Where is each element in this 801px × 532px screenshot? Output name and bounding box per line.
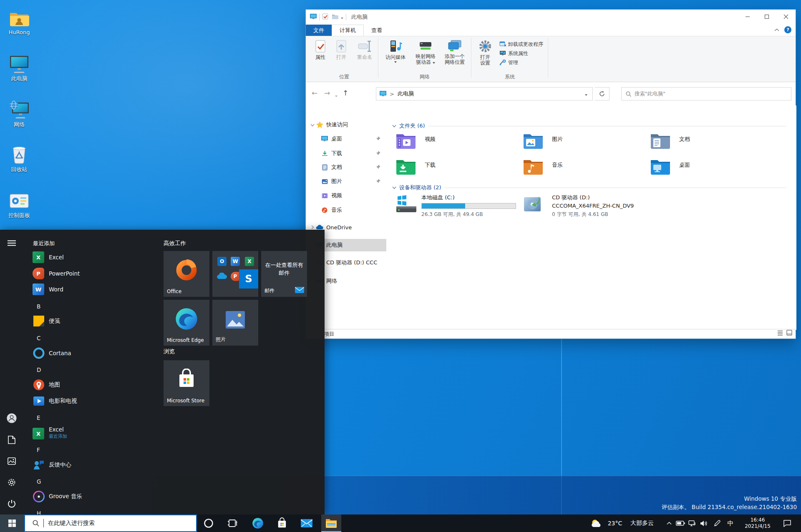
- tile-mail[interactable]: 在一处查看所有邮件 邮件: [261, 251, 307, 297]
- nav-videos[interactable]: 视频: [306, 189, 386, 202]
- power-icon[interactable]: [7, 499, 17, 509]
- help-icon[interactable]: ?: [784, 26, 791, 33]
- breadcrumb[interactable]: 此电脑: [398, 90, 414, 98]
- app-item-movies-tv[interactable]: 电影和电视: [25, 394, 159, 409]
- folders-section-header[interactable]: 文件夹 (6): [392, 122, 786, 130]
- address-bar[interactable]: > 此电脑: [376, 87, 593, 100]
- chevron-down-icon[interactable]: [309, 122, 316, 128]
- app-item-maps[interactable]: 地图: [25, 377, 159, 392]
- section-letter-h[interactable]: H: [37, 510, 41, 514]
- title-bar[interactable]: 此电脑: [306, 10, 796, 25]
- tab-computer[interactable]: 计算机: [332, 25, 364, 36]
- folder-downloads[interactable]: 下载: [395, 158, 521, 180]
- nav-downloads[interactable]: 下载: [306, 147, 386, 160]
- rename-button[interactable]: 重命名: [353, 40, 377, 60]
- documents-rail-icon[interactable]: [7, 435, 17, 445]
- taskbar-search[interactable]: 在此键入进行搜索: [24, 514, 197, 532]
- battery-icon[interactable]: [675, 514, 686, 532]
- tab-file[interactable]: 文件: [306, 25, 332, 36]
- cortana-button[interactable]: [199, 514, 219, 532]
- folder-desktop[interactable]: 桌面: [650, 158, 775, 180]
- add-network-location-button[interactable]: 添加一个网络位置: [442, 40, 468, 65]
- nav-music[interactable]: 音乐: [306, 204, 386, 216]
- details-view-icon[interactable]: [777, 330, 783, 337]
- folder-pictures[interactable]: 图片: [523, 132, 648, 154]
- section-letter-c[interactable]: C: [37, 335, 40, 341]
- open-settings-button[interactable]: 打开设置: [474, 40, 496, 66]
- edge-taskbar-button[interactable]: [248, 514, 268, 532]
- tile-edge[interactable]: Microsoft Edge: [164, 300, 209, 346]
- section-letter-g[interactable]: G: [37, 478, 41, 485]
- folder-videos[interactable]: 视频: [395, 132, 521, 154]
- desktop-icon-network[interactable]: 网络: [0, 98, 38, 128]
- desktop-icon-this-pc[interactable]: 此电脑: [0, 52, 38, 83]
- access-media-button[interactable]: 访问媒体: [382, 40, 409, 63]
- store-taskbar-button[interactable]: [272, 514, 292, 532]
- close-button[interactable]: [776, 10, 796, 24]
- pen-icon[interactable]: [712, 514, 723, 532]
- system-properties-button[interactable]: 系统属性: [499, 49, 528, 58]
- app-item-excel[interactable]: X Excel: [25, 250, 159, 265]
- nav-documents[interactable]: 文档: [306, 161, 386, 173]
- open-button[interactable]: 打开: [332, 40, 351, 60]
- history-dropdown-icon[interactable]: [335, 92, 338, 98]
- section-letter-d[interactable]: D: [37, 366, 41, 373]
- settings-gear-icon[interactable]: [7, 477, 17, 487]
- tab-view[interactable]: 查看: [364, 25, 390, 36]
- forward-icon[interactable]: →: [324, 89, 330, 97]
- mail-taskbar-button[interactable]: [297, 514, 317, 532]
- action-center-icon[interactable]: [781, 514, 793, 532]
- weather-temp[interactable]: 23°C: [604, 514, 626, 532]
- volume-icon[interactable]: [698, 514, 709, 532]
- app-item-sticky-notes[interactable]: 便笺: [25, 314, 159, 329]
- start-button[interactable]: [0, 514, 24, 532]
- minimize-button[interactable]: [738, 10, 757, 24]
- tile-photos[interactable]: 照片: [212, 300, 258, 346]
- pictures-rail-icon[interactable]: [7, 456, 17, 466]
- map-network-drive-button[interactable]: 映射网络驱动器: [411, 40, 440, 65]
- nav-quick-access[interactable]: 快速访问: [306, 118, 386, 131]
- network-tray-icon[interactable]: [687, 514, 698, 532]
- drives-section-header[interactable]: 设备和驱动器 (2): [392, 184, 786, 191]
- manage-button[interactable]: 管理: [499, 58, 518, 67]
- folder-documents[interactable]: 文档: [650, 132, 775, 154]
- back-icon[interactable]: ←: [312, 89, 317, 97]
- tray-chevron-up-icon[interactable]: [664, 514, 674, 532]
- maximize-button[interactable]: [757, 10, 776, 24]
- tile-office[interactable]: Office: [164, 251, 209, 297]
- tile-office-cluster[interactable]: O W X P S: [212, 251, 258, 297]
- desktop-icon-control-panel[interactable]: 控制面板: [0, 188, 38, 219]
- refresh-button[interactable]: [594, 87, 610, 100]
- app-item-word[interactable]: W Word: [25, 282, 159, 297]
- user-avatar[interactable]: [7, 413, 17, 423]
- desktop-icon-hurong[interactable]: HuRong: [0, 6, 38, 35]
- uninstall-button[interactable]: 卸载或更改程序: [499, 40, 543, 48]
- weather-desc[interactable]: 大部多云: [627, 514, 657, 532]
- task-view-button[interactable]: [223, 514, 243, 532]
- tile-store[interactable]: Microsoft Store: [164, 360, 209, 406]
- hamburger-menu-icon[interactable]: [7, 238, 17, 248]
- nav-desktop[interactable]: 桌面: [306, 133, 386, 145]
- ime-indicator[interactable]: 中: [725, 514, 736, 532]
- app-item-excel-recent[interactable]: X Excel 最近添加: [25, 424, 159, 443]
- section-letter-b[interactable]: B: [37, 303, 40, 310]
- section-letter-f[interactable]: F: [37, 447, 40, 453]
- section-letter-e[interactable]: E: [37, 414, 40, 421]
- app-item-feedback-hub[interactable]: 反馈中心: [25, 457, 159, 472]
- address-dropdown-icon[interactable]: [585, 91, 587, 97]
- properties-button[interactable]: 属性: [311, 40, 330, 60]
- file-explorer-taskbar-button[interactable]: [321, 514, 341, 532]
- qat-dropdown-icon[interactable]: [341, 14, 343, 20]
- search-box[interactable]: 搜索"此电脑": [621, 87, 791, 100]
- up-icon[interactable]: ↑: [343, 89, 348, 97]
- thumbnail-view-icon[interactable]: [786, 330, 792, 337]
- app-item-cortana[interactable]: Cortana: [25, 346, 159, 361]
- qat-new-folder-icon[interactable]: [332, 14, 338, 20]
- folder-music[interactable]: 音乐: [523, 158, 648, 180]
- weather-icon[interactable]: [589, 514, 603, 532]
- app-item-groove-music[interactable]: Groove 音乐: [25, 489, 159, 504]
- system-menu-icon[interactable]: [310, 14, 317, 21]
- qat-properties-icon[interactable]: [322, 13, 328, 21]
- taskbar-clock[interactable]: 16:46 2021/4/15: [738, 514, 778, 532]
- desktop-icon-recycle-bin[interactable]: 回收站: [0, 143, 38, 173]
